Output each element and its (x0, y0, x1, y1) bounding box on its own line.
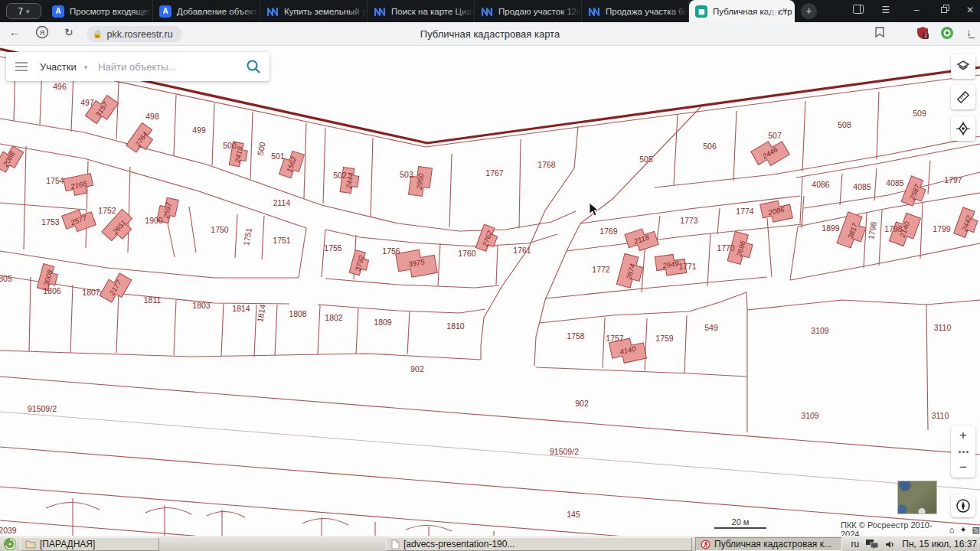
parcel-number: 506 (703, 142, 717, 151)
bookmark-flag-icon[interactable] (875, 27, 884, 40)
parcel-number: 1767 (485, 168, 504, 178)
taskbar-window-label: [ПАРАДНАЯ] (40, 539, 95, 549)
parcel-number: 1761 (513, 246, 531, 255)
lock-icon: 🔒 (93, 30, 102, 38)
parcel-number: 1811 (144, 295, 162, 305)
home-icon[interactable]: ⌂ (949, 525, 955, 535)
parcel-number: 502 (333, 171, 347, 180)
parcel-number: 1806 (43, 286, 61, 295)
back-icon[interactable]: ← (9, 26, 20, 38)
parcel-number: 1759 (655, 334, 674, 343)
tab-strip: AПросмотр входящегоAДобавление объектКуп… (46, 0, 795, 22)
parcel-number: 1802 (325, 313, 343, 322)
taskbar-window-folder[interactable]: [ПАРАДНАЯ] (20, 537, 159, 551)
parcel-number: 1770 (717, 243, 735, 253)
search-input[interactable] (98, 61, 220, 73)
parcel-number: 507 (768, 131, 782, 140)
marker-icon[interactable]: ✦ (959, 525, 966, 535)
system-tray: ru Пн, 15 июл, 16:37 (851, 537, 977, 551)
parcel-number: 501 (271, 152, 285, 161)
url-field[interactable]: 🔒 pkk.rosreestr.ru (87, 26, 182, 42)
layers-button[interactable] (951, 54, 975, 79)
tab[interactable]: AПросмотр входящего (46, 0, 153, 22)
parcel-number: 497 (80, 98, 94, 107)
network-icon[interactable] (866, 540, 878, 549)
parcel-number: 505 (639, 155, 653, 164)
chevron-down-icon[interactable]: ▾ (84, 64, 88, 71)
tab[interactable]: Купить земельный у (260, 0, 368, 22)
parcel-number: 1751 (241, 227, 253, 246)
search-icon[interactable] (245, 58, 262, 75)
sidebar-panel-icon[interactable] (851, 5, 865, 17)
fullscreen-icon[interactable]: ▧ (972, 525, 980, 535)
tab[interactable]: AДобавление объект (153, 0, 260, 22)
close-window-button[interactable]: ✕ (963, 5, 977, 17)
avito-favicon: A (159, 5, 172, 18)
parcel-number: 503 (400, 170, 413, 179)
parcel-number: 902 (410, 364, 424, 373)
building-number: 2597 (162, 201, 174, 220)
volume-icon[interactable] (885, 540, 895, 549)
browser-menu-icon[interactable]: ☰ (879, 5, 893, 17)
parcel-number: 1803 (192, 301, 211, 310)
tab-close-icon[interactable]: × (779, 5, 790, 16)
map-canvas[interactable]: 3157276420882419156224442950216625772651… (0, 46, 980, 536)
search-category-dropdown[interactable]: Участки (40, 61, 77, 73)
new-tab-button[interactable]: + (801, 3, 817, 19)
folder-icon (25, 540, 36, 549)
parcel-number: 91509/2 (550, 447, 579, 456)
search-panel: Участки ▾ (6, 52, 270, 81)
taskbar-window-label: Публичная кадастровая к... (714, 539, 831, 549)
tab[interactable]: Продаю участок 12со (475, 0, 582, 22)
extension-green-icon[interactable] (940, 26, 954, 42)
position-button[interactable] (951, 116, 975, 141)
cian-favicon (374, 5, 386, 18)
minimize-button[interactable]: – (910, 5, 923, 17)
parcel-number: 91509/2 (28, 404, 57, 413)
parcel-number: 902 (575, 399, 589, 408)
clock[interactable]: Пн, 15 июл, 16:37 (902, 539, 977, 549)
parcel-number: 1769 (599, 227, 618, 236)
tab[interactable]: Продажа участка 6со (582, 0, 689, 22)
restore-button[interactable] (938, 5, 952, 17)
parcel-number: 1755 (324, 243, 342, 253)
browser-tab-bar: 7 ▾ AПросмотр входящегоAДобавление объек… (0, 0, 980, 22)
refresh-icon[interactable]: ↻ (64, 26, 74, 38)
taskbar-window-document[interactable]: [advecs-presentation-190... (386, 537, 692, 551)
parcel-number: 1754 (46, 176, 64, 185)
overview-minimap[interactable] (897, 481, 937, 514)
menu-icon[interactable] (6, 62, 37, 71)
tab-counter-button[interactable]: 7 ▾ (6, 3, 41, 19)
tab-active[interactable]: ▦Публичная кадастр× (689, 0, 795, 22)
parcel-number: 1751 (273, 236, 291, 245)
document-icon (391, 540, 400, 549)
address-bar: ← Я ↻ 🔒 pkk.rosreestr.ru Публичная кадас… (0, 22, 980, 46)
zoom-in-button[interactable]: + (951, 425, 975, 445)
parcel-number: 3109 (801, 411, 819, 420)
parcel-number: 500 (223, 141, 237, 150)
keyboard-layout[interactable]: ru (851, 539, 860, 549)
zoom-level-button[interactable] (951, 445, 975, 458)
parcel-number: 1814 (232, 304, 250, 313)
taskbar-window-browser[interactable]: Публичная кадастровая к... (695, 537, 842, 551)
parcel-number: 1798 (866, 221, 878, 240)
tab[interactable]: Поиск на карте Циан (368, 0, 475, 22)
parcel-number: 145 (567, 510, 580, 519)
parcel-number: 1758 (567, 331, 585, 341)
launcher-icon[interactable] (3, 537, 17, 551)
geolocation-button[interactable] (951, 494, 975, 517)
measure-ruler-button[interactable] (951, 85, 975, 109)
extension-shield-icon[interactable]: 2 (916, 26, 929, 42)
yandex-browser-icon[interactable]: Я (35, 25, 49, 41)
map-attribution: ПКК © Росреестр 2010-2024 ⌂ ✦ ▧ (841, 520, 980, 536)
cadastral-map[interactable]: 3157276420882419156224442950216625772651… (0, 46, 980, 536)
building-number: 2950 (414, 172, 425, 191)
parcel-number: 4085 (886, 178, 904, 187)
parcel-number: 2039 (0, 526, 17, 535)
parcel-numbers-layer: 4964974984995005005015025031767176850550… (0, 82, 962, 535)
parcel-number: 1808 (289, 309, 307, 318)
cian-favicon (266, 5, 279, 18)
desktop-taskbar: [ПАРАДНАЯ] [advecs-presentation-190... П… (0, 536, 980, 551)
zoom-out-button[interactable]: − (951, 458, 975, 478)
download-icon[interactable]: ↓̲ (966, 26, 972, 38)
